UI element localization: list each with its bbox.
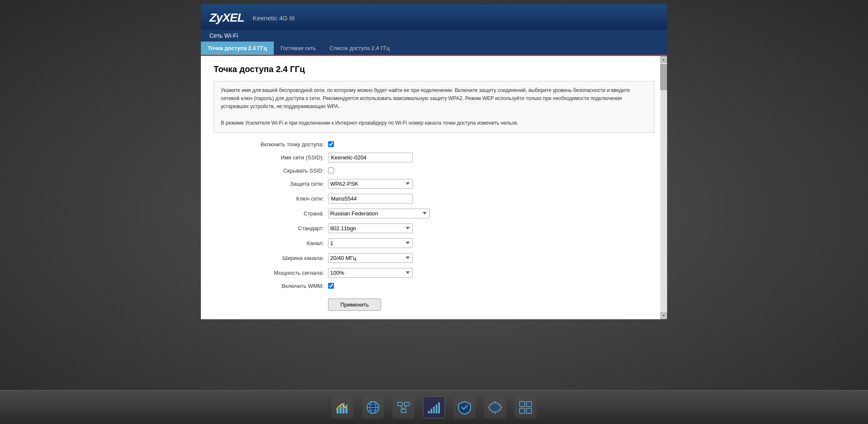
tabs-bar: Точка доступа 2.4 ГГц Гостевая сеть Спис… (201, 42, 667, 56)
svg-rect-17 (436, 404, 437, 413)
grid-icon[interactable] (515, 396, 537, 418)
key-row: Ключ сети: (239, 194, 413, 204)
info-text-1: Укажите имя для вашей беспроводной сети,… (221, 86, 647, 111)
browser-window: ZyXEL Keenetic 4G III Сеть Wi-Fi Точка д… (201, 4, 667, 319)
apply-row: Применить (239, 294, 381, 311)
enable-ap-checkbox[interactable] (328, 141, 334, 147)
country-select[interactable]: Russian Federation United States Germany… (328, 209, 430, 218)
scrollbar-up-arrow[interactable]: ▲ (660, 56, 667, 63)
standard-row: Стандарт: 802.11bgn 802.11bg 802.11b 802… (239, 223, 413, 233)
wmm-label: Включить WMM: (239, 283, 324, 289)
wmm-checkbox[interactable] (328, 283, 334, 289)
hide-ssid-checkbox[interactable] (328, 167, 334, 173)
svg-rect-21 (526, 402, 531, 407)
scrollbar-down-arrow[interactable]: ▼ (660, 312, 667, 319)
section-title: Точка доступа 2.4 ГГц (214, 64, 654, 74)
svg-rect-9 (398, 402, 403, 406)
signal-bars-icon[interactable] (423, 396, 445, 418)
form-section: Включить точку доступа: Имя сети (SSID):… (214, 141, 654, 311)
enable-ap-row: Включить точку доступа: (239, 141, 334, 148)
standard-select[interactable]: 802.11bgn 802.11bg 802.11b 802.11g 802.1… (328, 223, 413, 233)
scrollbar-thumb[interactable] (660, 64, 667, 90)
apply-button[interactable]: Применить (328, 298, 381, 311)
key-input[interactable] (328, 194, 413, 204)
security-label: Защита сети: (239, 181, 324, 187)
svg-line-13 (403, 406, 407, 409)
svg-rect-20 (520, 402, 525, 407)
bandwidth-row: Ширина канала: 20/40 МГц 20 МГц (239, 253, 413, 263)
bandwidth-label: Ширина канала: (239, 255, 324, 261)
tab-access-point[interactable]: Точка доступа 2.4 ГГц (201, 42, 274, 55)
taskbar (0, 390, 868, 424)
svg-rect-14 (428, 411, 430, 413)
country-label: Страна: (239, 210, 324, 217)
tab-guest-network[interactable]: Гостевая сеть (274, 42, 323, 55)
hide-ssid-row: Скрывать SSID: (239, 167, 334, 174)
svg-rect-22 (520, 408, 525, 413)
channel-row: Канал: 1234 5678 9101112 13Авто (239, 238, 413, 248)
ssid-row: Имя сети (SSID): (239, 153, 413, 162)
channel-label: Канал: (239, 240, 324, 246)
signal-power-label: Мощность сигнала: (239, 270, 324, 276)
svg-rect-15 (431, 409, 432, 413)
shield-icon[interactable] (453, 396, 476, 418)
chart-icon[interactable] (331, 396, 353, 418)
svg-rect-23 (526, 408, 531, 413)
scrollbar-track[interactable]: ▲ ▼ (660, 56, 667, 319)
bandwidth-select[interactable]: 20/40 МГц 20 МГц (328, 253, 413, 263)
svg-rect-11 (401, 409, 406, 413)
info-box: Укажите имя для вашей беспроводной сети,… (214, 81, 654, 133)
svg-rect-2 (342, 403, 345, 413)
svg-rect-1 (339, 406, 342, 413)
brand-logo: ZyXEL (209, 11, 244, 25)
desktop: ZyXEL Keenetic 4G III Сеть Wi-Fi Точка д… (0, 0, 868, 424)
content-area: Точка доступа 2.4 ГГц Укажите имя для ва… (201, 56, 667, 319)
ssid-input[interactable] (328, 153, 413, 162)
router-header: ZyXEL Keenetic 4G III (201, 4, 667, 30)
globe-icon[interactable] (362, 396, 384, 418)
security-select[interactable]: WPA2-PSK WPA-PSK WEP Нет (328, 179, 413, 189)
signal-power-select[interactable]: 100% 75% 50% 25% (328, 268, 413, 278)
hide-ssid-label: Скрывать SSID: (239, 167, 324, 174)
svg-rect-16 (433, 407, 435, 413)
ssid-label: Имя сети (SSID): (239, 154, 324, 161)
svg-rect-3 (345, 407, 348, 413)
page-subtitle: Сеть Wi-Fi (201, 30, 667, 42)
key-label: Ключ сети: (239, 195, 324, 202)
brand-model: Keenetic 4G III (253, 14, 295, 22)
enable-ap-label: Включить точку доступа: (239, 141, 324, 148)
channel-select[interactable]: 1234 5678 9101112 13Авто (328, 238, 413, 248)
standard-label: Стандарт: (239, 225, 324, 232)
gear-icon[interactable] (484, 396, 506, 418)
svg-line-12 (400, 406, 403, 409)
svg-rect-10 (404, 402, 409, 406)
network-icon[interactable] (392, 396, 415, 418)
svg-rect-18 (438, 402, 440, 413)
info-text-2: В режиме Усилителя Wi-Fi и при подключен… (221, 119, 647, 127)
signal-power-row: Мощность сигнала: 100% 75% 50% 25% (239, 268, 413, 278)
wmm-row: Включить WMM: (239, 283, 334, 289)
security-row: Защита сети: WPA2-PSK WPA-PSK WEP Нет (239, 179, 413, 189)
tab-access-list[interactable]: Список доступа 2.4 ГГц (323, 42, 397, 55)
country-row: Страна: Russian Federation United States… (239, 209, 430, 218)
